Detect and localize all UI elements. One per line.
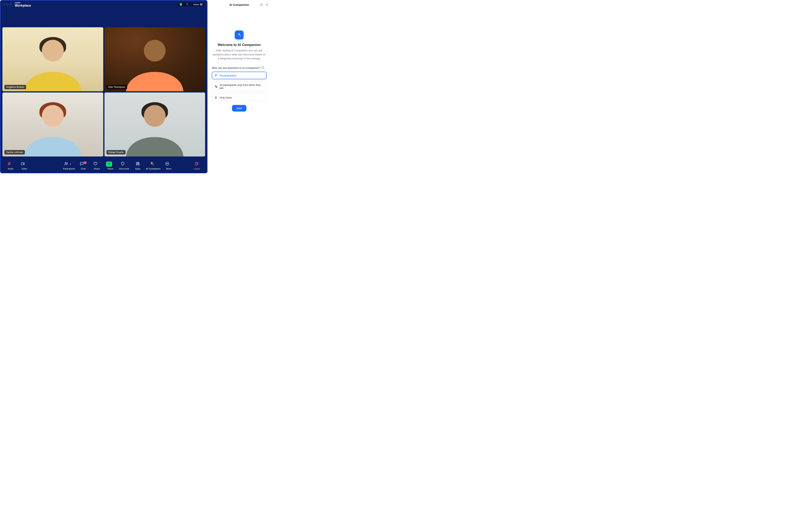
- encryption-shield-icon[interactable]: [178, 3, 183, 6]
- start-label: Start: [236, 107, 242, 110]
- option-all-participants[interactable]: All participants: [212, 72, 267, 79]
- participant-name: Sasha Lehman: [4, 150, 25, 154]
- option-label: All participants: [220, 74, 236, 77]
- window-controls: [3, 3, 11, 5]
- more-label: More: [166, 167, 171, 170]
- svg-rect-1: [201, 3, 202, 4]
- svg-rect-30: [215, 98, 217, 99]
- svg-point-16: [138, 162, 139, 163]
- info-icon[interactable]: [261, 66, 264, 70]
- svg-rect-7: [201, 5, 202, 5]
- svg-rect-21: [195, 162, 197, 165]
- more-icon: [165, 161, 169, 167]
- share-label: Share: [108, 167, 114, 170]
- participants-button[interactable]: 3 ⌃ Participants: [62, 161, 76, 171]
- people-icon: [214, 74, 218, 77]
- shield-icon: [120, 161, 125, 167]
- chevron-up-icon[interactable]: ⌃: [85, 162, 87, 164]
- heart-icon: [93, 161, 97, 167]
- meeting-toolbar: ⌃ Audio ⌃ Video: [0, 158, 207, 173]
- ai-sparkle-icon[interactable]: [185, 3, 189, 6]
- svg-rect-5: [202, 4, 202, 5]
- person-clock-icon: [214, 85, 218, 88]
- views-button[interactable]: Views: [193, 3, 203, 6]
- option-only-hosts[interactable]: Only hosts: [212, 94, 267, 101]
- video-button[interactable]: ⌃ Video: [18, 161, 31, 171]
- chevron-up-icon[interactable]: ⌃: [99, 162, 101, 164]
- option-label: All participants only from when they joi…: [220, 83, 264, 89]
- start-button[interactable]: Start: [232, 105, 247, 111]
- react-button[interactable]: ⌃ React: [90, 161, 104, 171]
- video-grid: Angelica Brooks Rob Thompson Sasha Lehma…: [0, 8, 207, 158]
- audio-button[interactable]: ⌃ Audio: [4, 161, 17, 171]
- host-tools-button[interactable]: ⌃ Host tools: [117, 161, 131, 171]
- video-label: Video: [21, 167, 27, 170]
- chevron-up-icon[interactable]: ⌃: [113, 162, 115, 164]
- svg-point-18: [166, 163, 167, 164]
- svg-rect-11: [21, 163, 23, 165]
- participant-name: Rob Thompson: [107, 85, 127, 89]
- video-tile[interactable]: Rob Thompson: [105, 27, 205, 91]
- ai-badge-icon: [235, 30, 244, 39]
- panel-title: AI Companion: [229, 3, 249, 6]
- ai-companion-panel: AI Companion Welcome to AI Companion Aft…: [207, 0, 271, 173]
- video-icon: [21, 161, 25, 167]
- option-participants-from-join[interactable]: All participants only from when they joi…: [212, 81, 267, 92]
- window-minimize-button[interactable]: [6, 3, 8, 5]
- host-tools-label: Host tools: [119, 167, 129, 170]
- views-label: Views: [193, 3, 199, 6]
- chevron-up-icon[interactable]: ⌃: [13, 162, 15, 164]
- apps-icon: [136, 161, 140, 167]
- apps-label: Apps: [135, 167, 140, 170]
- svg-point-28: [215, 86, 216, 86]
- meeting-window: zoom Workplace Views: [0, 0, 207, 173]
- more-button[interactable]: ⌃ More: [162, 161, 175, 171]
- video-tile[interactable]: Rafael Duarte: [105, 93, 205, 156]
- chevron-up-icon[interactable]: ⌃: [126, 162, 128, 164]
- svg-point-13: [67, 163, 67, 163]
- chevron-up-icon[interactable]: ⌃: [171, 162, 172, 164]
- chat-icon: [80, 161, 84, 167]
- chevron-up-icon[interactable]: ⌃: [73, 162, 74, 164]
- chat-label: Chat: [81, 167, 86, 170]
- grid-icon: [200, 3, 203, 6]
- participants-icon: [64, 161, 68, 167]
- svg-point-12: [65, 162, 66, 164]
- svg-rect-2: [202, 3, 202, 4]
- ai-companion-button[interactable]: ⌃ AI Companion: [145, 161, 162, 171]
- svg-rect-14: [136, 162, 138, 163]
- participants-label: Participants: [63, 167, 75, 170]
- svg-rect-6: [200, 5, 201, 5]
- titlebar-controls: Views: [177, 2, 205, 7]
- participant-name: Rafael Duarte: [107, 150, 125, 154]
- welcome-hero: Welcome to AI Companion After starting A…: [212, 30, 267, 60]
- leave-label: Leave: [194, 167, 200, 170]
- chevron-up-icon[interactable]: ⌃: [26, 162, 28, 164]
- panel-header: AI Companion: [208, 0, 271, 10]
- leave-icon: [195, 161, 199, 167]
- window-zoom-button[interactable]: [10, 3, 11, 5]
- apps-button[interactable]: Apps: [131, 161, 144, 171]
- brand-top: zoom: [15, 2, 31, 4]
- video-tile[interactable]: Angelica Brooks: [2, 27, 103, 91]
- pop-out-button[interactable]: [259, 3, 263, 7]
- titlebar: zoom Workplace Views: [0, 0, 207, 8]
- window-close-button[interactable]: [3, 3, 5, 5]
- option-label: Only hosts: [220, 96, 232, 99]
- svg-rect-8: [202, 5, 202, 5]
- chevron-up-icon[interactable]: ⌃: [156, 162, 157, 164]
- close-button[interactable]: [265, 3, 269, 7]
- video-tile[interactable]: Sasha Lehman: [2, 93, 103, 156]
- share-button[interactable]: ⌃ Share: [104, 161, 117, 171]
- svg-point-22: [197, 162, 198, 163]
- react-label: React: [94, 167, 100, 170]
- chat-button[interactable]: 1 ⌃ Chat: [77, 161, 90, 171]
- svg-point-27: [216, 75, 217, 75]
- svg-rect-0: [200, 3, 201, 4]
- lock-icon: [214, 96, 218, 99]
- svg-rect-15: [138, 164, 139, 165]
- question-text: Who can ask questions to AI Companion?: [212, 67, 260, 70]
- leave-button[interactable]: Leave: [190, 161, 203, 171]
- svg-rect-4: [201, 4, 202, 5]
- ai-companion-label: AI Companion: [146, 167, 161, 170]
